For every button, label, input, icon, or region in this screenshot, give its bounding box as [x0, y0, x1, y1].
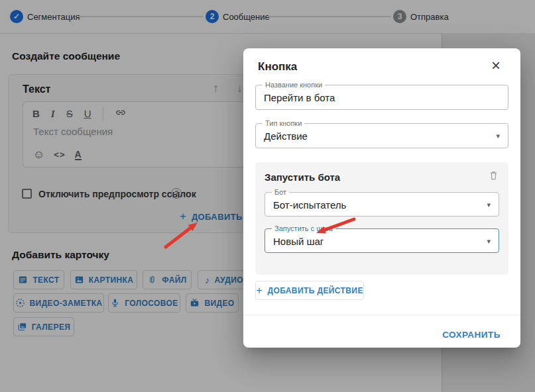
field-value: Действие — [264, 130, 308, 142]
field-label: Название кнопки — [263, 81, 325, 89]
run-bot-action-panel: Запустить бота Бот Бот-испытатель ▾ Запу… — [255, 162, 508, 275]
field-value: Новый шаг — [273, 235, 324, 246]
button-name-field[interactable]: Название кнопки Перейти в бота — [255, 85, 508, 110]
trash-icon[interactable] — [488, 170, 499, 184]
save-button[interactable]: СОХРАНИТЬ — [437, 326, 506, 344]
field-label: Тип кнопки — [263, 119, 304, 127]
field-value: Бот-испытатель — [273, 199, 346, 210]
start-step-select[interactable]: Запустить с шага Новый шаг ▾ — [265, 228, 499, 253]
button-dialog: Кнопка × Название кнопки Перейти в бота … — [243, 48, 520, 348]
chevron-down-icon: ▾ — [496, 132, 500, 140]
field-label: Запустить с шага — [272, 224, 335, 232]
dialog-title: Кнопка — [258, 60, 297, 74]
screen: ✓ Сегментация 2 Сообщение 3 Отправка Соз… — [0, 0, 535, 392]
button-type-select[interactable]: Тип кнопки Действие ▾ — [255, 123, 508, 148]
field-value: Перейти в бота — [264, 92, 335, 103]
action-title: Запустить бота — [265, 172, 340, 183]
footer-divider — [243, 315, 520, 315]
add-action-button[interactable]: + ДОБАВИТЬ ДЕЙСТВИЕ — [255, 281, 364, 300]
close-icon[interactable]: × — [491, 58, 501, 74]
chevron-down-icon: ▾ — [487, 200, 491, 209]
plus-icon: + — [256, 285, 262, 297]
chevron-down-icon: ▾ — [487, 236, 491, 245]
field-label: Бот — [272, 188, 289, 196]
bot-select[interactable]: Бот Бот-испытатель ▾ — [265, 192, 499, 217]
